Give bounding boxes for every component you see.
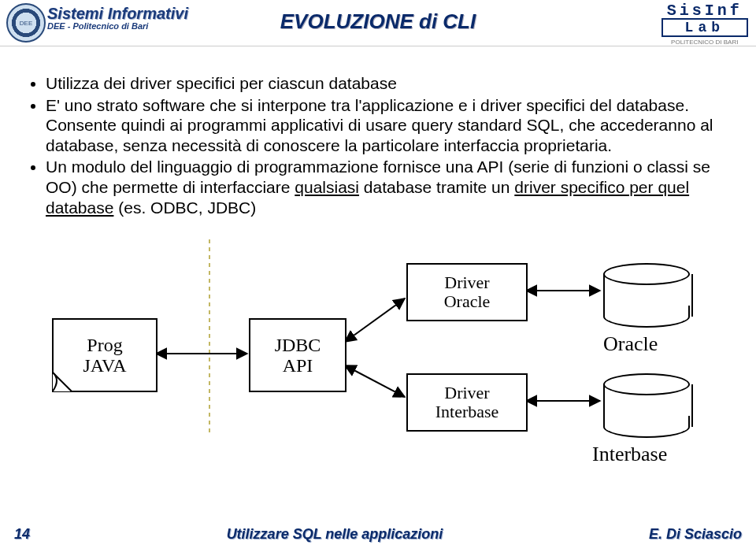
driver-oracle-box: Driver Oracle (406, 263, 528, 321)
page-number: 14 (0, 526, 85, 543)
footer-author: E. Di Sciascio (584, 526, 756, 543)
slide-content: Utilizza dei driver specifici per ciascu… (0, 46, 756, 452)
lab-box: Lab (662, 18, 748, 37)
driver-interbase-l2: Interbase (408, 402, 526, 421)
lab-name: SisInf (662, 2, 748, 20)
database-interbase-icon (603, 373, 690, 438)
slide-header: DEE Sistemi Informativi DEE - Politecnic… (0, 0, 756, 46)
db-oracle-label: Oracle (603, 332, 658, 356)
bullet-3-u1: qualsiasi (295, 178, 359, 196)
bullet-list: Utilizza dei driver specifici per ciascu… (28, 73, 728, 217)
header-right-block: SisInf Lab POLITECNICO DI BARI (662, 2, 748, 46)
svg-line-2 (345, 298, 405, 342)
footer-title: Utilizzare SQL nelle applicazioni (85, 526, 584, 543)
jdbc-line2: API (250, 355, 345, 376)
bullet-3-mid: database tramite un (359, 178, 514, 196)
header-left-block: Sistemi Informativi DEE - Politecnico di… (47, 5, 188, 31)
bullet-2: E' uno strato software che si interpone … (46, 95, 728, 156)
lab-subtitle: POLITECNICO DI BARI (662, 39, 748, 46)
driver-oracle-l2: Oracle (408, 292, 526, 311)
database-oracle-icon (603, 263, 690, 328)
driver-oracle-l1: Driver (408, 273, 526, 292)
bullet-3: Un modulo del linguaggio di programmazio… (46, 157, 728, 217)
jdbc-api-box: JDBC API (249, 318, 346, 392)
db-interbase-label: Interbase (592, 443, 667, 466)
prog-java-box: Prog JAVA (52, 318, 158, 392)
driver-interbase-box: Driver Interbase (406, 373, 528, 432)
slide-footer: 14 Utilizzare SQL nelle applicazioni E. … (0, 523, 756, 545)
svg-line-3 (345, 365, 405, 397)
bullet-3-post: (es. ODBC, JDBC) (113, 198, 256, 217)
jdbc-line1: JDBC (250, 335, 345, 355)
bullet-1: Utilizza dei driver specifici per ciascu… (46, 73, 728, 94)
slide-title: EVOLUZIONE di CLI (280, 9, 476, 34)
architecture-diagram: Prog JAVA JDBC API Driver Oracle Driver … (28, 239, 728, 444)
institution-logo: DEE (6, 3, 46, 43)
header-left-title: Sistemi Informativi (47, 5, 188, 23)
prog-line1: Prog (54, 335, 156, 355)
driver-interbase-l1: Driver (408, 384, 526, 402)
note-fold-icon (52, 372, 72, 392)
